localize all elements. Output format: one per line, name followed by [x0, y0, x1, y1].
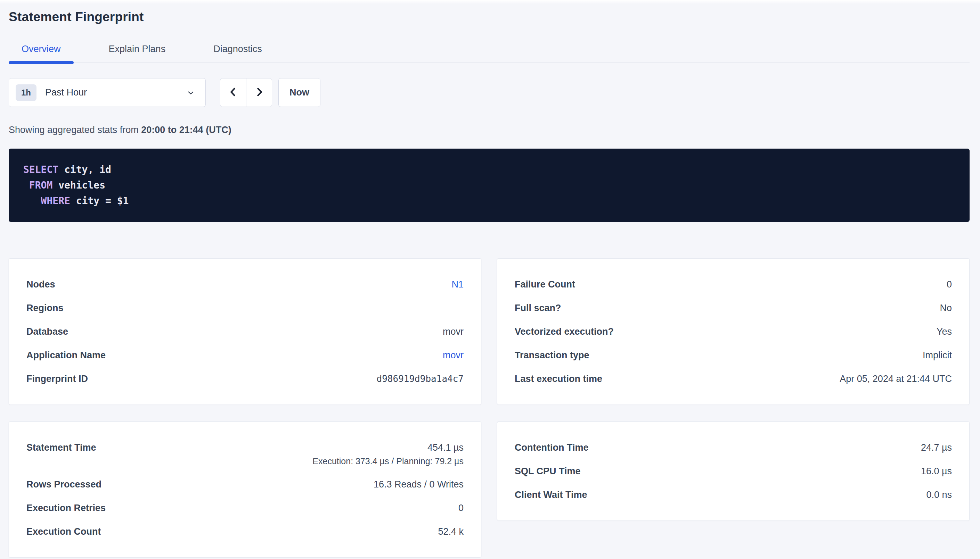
row-value: movr — [443, 326, 464, 337]
sql-line: WHERE city = $1 — [23, 193, 955, 209]
row-value-wrap: 0 — [458, 502, 464, 514]
chevron-down-icon — [186, 88, 196, 98]
row-value-wrap: 16.0 µs — [921, 465, 952, 477]
time-range-label: Past Hour — [45, 87, 87, 98]
row-label: Execution Retries — [27, 502, 106, 514]
rows-processed-row: Rows Processed16.3 Reads / 0 Writes — [27, 473, 464, 496]
row-label: Fingerprint ID — [27, 373, 88, 385]
page-title: Statement Fingerprint — [9, 9, 970, 25]
row-value: 16.0 µs — [921, 466, 952, 476]
sql-text: city, id — [58, 164, 111, 175]
previous-interval-button[interactable] — [221, 78, 246, 107]
row-label: Regions — [27, 302, 64, 314]
contention-time-row: Contention Time24.7 µs — [515, 436, 952, 459]
row-value: 52.4 k — [438, 526, 464, 537]
row-value: 24.7 µs — [921, 442, 952, 453]
row-label: Vectorized execution? — [515, 326, 614, 337]
row-value-wrap: Implicit — [923, 349, 952, 361]
row-value-wrap: movr — [443, 349, 464, 361]
fingerprint-id-row: Fingerprint IDd986919d9ba1a4c7 — [27, 367, 464, 390]
row-value-wrap: 16.3 Reads / 0 Writes — [373, 478, 464, 490]
row-label: Transaction type — [515, 349, 589, 361]
row-value: No — [940, 303, 952, 313]
tab-explain-plans[interactable]: Explain Plans — [96, 33, 179, 63]
application-name-row: Application Namemovr — [27, 343, 464, 367]
chevron-left-icon — [227, 86, 239, 99]
row-value-wrap: 454.1 µsExecution: 373.4 µs / Planning: … — [312, 442, 464, 466]
client-wait-time-row: Client Wait Time0.0 ns — [515, 483, 952, 506]
regions-row: Regions — [27, 296, 464, 320]
transaction-type-row: Transaction typeImplicit — [515, 343, 952, 367]
row-label: Statement Time — [27, 442, 96, 453]
time-range-dropdown[interactable]: 1h Past Hour — [9, 78, 206, 107]
tab-diagnostics[interactable]: Diagnostics — [201, 33, 275, 63]
wait-time-stats-card: Contention Time24.7 µsSQL CPU Time16.0 µ… — [497, 422, 970, 521]
sql-keyword: WHERE — [41, 195, 70, 207]
row-subvalue: Execution: 373.4 µs / Planning: 79.2 µs — [312, 456, 464, 466]
row-label: Full scan? — [515, 302, 561, 314]
nodes-row: NodesN1 — [27, 273, 464, 296]
aggregation-note: Showing aggregated stats from 20:00 to 2… — [9, 124, 970, 136]
summary-cards-grid: NodesN1RegionsDatabasemovrApplication Na… — [9, 258, 970, 557]
tab-overview[interactable]: Overview — [9, 33, 74, 63]
row-value: Apr 05, 2024 at 21:44 UTC — [840, 374, 952, 384]
row-value-wrap: 52.4 k — [438, 526, 464, 538]
execution-attributes-card: Failure Count0Full scan?NoVectorized exe… — [497, 258, 970, 405]
database-row: Databasemovr — [27, 320, 464, 343]
row-label: Contention Time — [515, 442, 589, 453]
row-label: Application Name — [27, 349, 106, 361]
time-interval-pager — [220, 78, 272, 107]
row-value: Yes — [937, 326, 952, 337]
time-toolbar: 1h Past Hour — [9, 78, 970, 107]
sql-line: FROM vehicles — [23, 177, 955, 193]
row-value-wrap: d986919d9ba1a4c7 — [377, 373, 464, 385]
row-value: Implicit — [923, 350, 952, 361]
failure-count-row: Failure Count0 — [515, 273, 952, 296]
sql-statement-box: SELECT city, id FROM vehicles WHERE city… — [9, 149, 970, 222]
execution-count-row: Execution Count52.4 k — [27, 520, 464, 543]
last-execution-time-row: Last execution timeApr 05, 2024 at 21:44… — [515, 367, 952, 390]
row-label: Client Wait Time — [515, 489, 587, 501]
row-value-wrap: No — [940, 302, 952, 314]
row-value: 16.3 Reads / 0 Writes — [373, 479, 464, 490]
row-value-wrap: 0.0 ns — [926, 489, 952, 501]
row-label: Execution Count — [27, 526, 101, 538]
statement-fingerprint-page: Statement Fingerprint OverviewExplain Pl… — [0, 9, 980, 557]
sql-text — [23, 195, 41, 207]
row-label: Database — [27, 326, 68, 337]
row-label: Failure Count — [515, 278, 575, 290]
tab-bar: OverviewExplain PlansDiagnostics — [9, 33, 970, 63]
row-value-wrap: Apr 05, 2024 at 21:44 UTC — [840, 373, 952, 385]
sql-line: SELECT city, id — [23, 162, 955, 177]
row-value: 0 — [947, 279, 952, 289]
row-label: Last execution time — [515, 373, 602, 385]
aggregation-note-prefix: Showing aggregated stats from — [9, 125, 141, 135]
row-value: 0.0 ns — [926, 490, 952, 500]
row-value-wrap: Yes — [937, 326, 952, 337]
sql-text: city = $1 — [70, 195, 129, 207]
nodes-link[interactable]: N1 — [451, 279, 464, 289]
application-name-link[interactable]: movr — [443, 350, 464, 361]
sql-keyword: SELECT — [23, 164, 58, 175]
full-scan-row: Full scan?No — [515, 296, 952, 320]
row-label: Nodes — [27, 278, 55, 290]
now-button[interactable]: Now — [279, 78, 320, 107]
row-value: d986919d9ba1a4c7 — [377, 374, 464, 384]
statement-details-card: NodesN1RegionsDatabasemovrApplication Na… — [9, 258, 481, 405]
row-value-wrap: N1 — [451, 278, 464, 290]
execution-retries-row: Execution Retries0 — [27, 496, 464, 520]
sql-keyword: FROM — [29, 180, 53, 191]
row-value: 454.1 µs — [428, 442, 464, 453]
aggregation-note-range: 20:00 to 21:44 (UTC) — [141, 125, 231, 135]
sql-cpu-time-row: SQL CPU Time16.0 µs — [515, 459, 952, 483]
vectorized-execution-row: Vectorized execution?Yes — [515, 320, 952, 343]
sql-text — [23, 180, 29, 191]
row-value-wrap: movr — [443, 326, 464, 337]
top-edge-highlight — [0, 0, 980, 4]
row-label: Rows Processed — [27, 478, 101, 490]
row-value-wrap: 24.7 µs — [921, 442, 952, 453]
row-value-wrap: 0 — [947, 278, 952, 290]
next-interval-button[interactable] — [246, 78, 272, 107]
statement-time-row: Statement Time454.1 µsExecution: 373.4 µ… — [27, 436, 464, 473]
sql-text: vehicles — [53, 180, 105, 191]
